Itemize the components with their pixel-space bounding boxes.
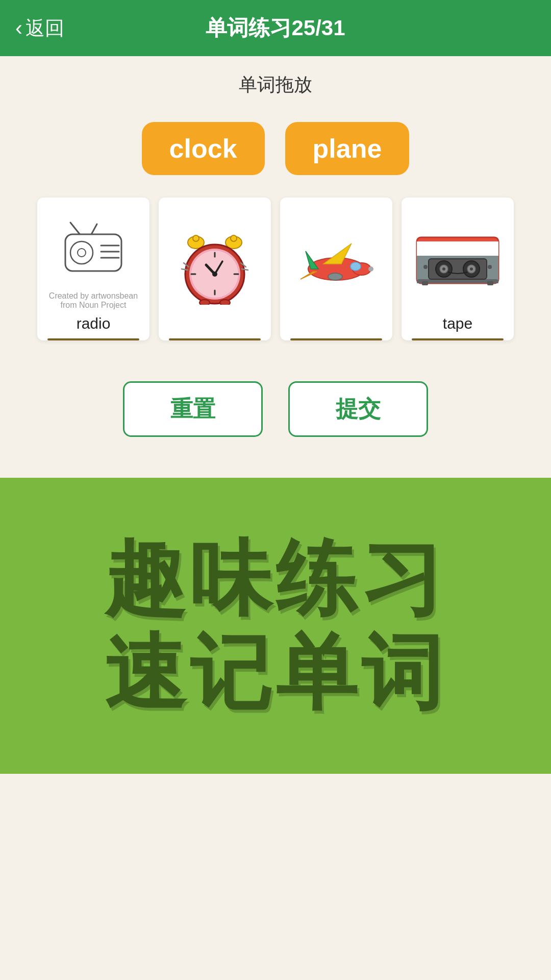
cards-container: Created by artwonsbeanfrom Noun Project … [0, 185, 551, 356]
svg-rect-37 [417, 241, 498, 256]
radio-icon [60, 220, 127, 276]
clock-icon [177, 228, 253, 305]
subtitle-text: 单词拖放 [239, 74, 312, 95]
buttons-area: 重置 提交 [0, 356, 551, 457]
svg-point-46 [470, 267, 473, 271]
svg-marker-30 [306, 251, 318, 269]
svg-rect-48 [487, 281, 493, 285]
svg-point-34 [328, 273, 342, 280]
banner-line2: 速记单词 [104, 626, 447, 720]
reset-button[interactable]: 重置 [123, 381, 263, 437]
word-chip-clock[interactable]: clock [142, 122, 265, 175]
svg-point-4 [78, 249, 86, 257]
card-radio-underline [47, 338, 139, 340]
svg-point-43 [442, 267, 445, 271]
svg-rect-47 [422, 281, 428, 285]
back-label: 返回 [26, 15, 64, 41]
card-radio-label: radio [77, 310, 111, 338]
svg-point-21 [212, 272, 217, 277]
word-chip-plane[interactable]: plane [285, 122, 410, 175]
card-tape: tape [402, 198, 514, 340]
header: ‹ 返回 单词练习25/31 [0, 0, 551, 56]
bottom-banner: 趣味练习 速记单词 [0, 478, 551, 774]
header-title: 单词练习25/31 [206, 14, 345, 42]
card-tape-image [407, 206, 509, 310]
svg-rect-39 [417, 279, 498, 283]
back-button[interactable]: ‹ 返回 [15, 15, 64, 41]
card-plane-image [285, 206, 387, 327]
word-chips-container: clock plane [0, 107, 551, 185]
banner-line1: 趣味练习 [104, 532, 447, 626]
card-clock [159, 198, 271, 340]
svg-point-10 [193, 235, 199, 241]
svg-point-23 [220, 300, 230, 305]
submit-button[interactable]: 提交 [288, 381, 428, 437]
card-radio-image [42, 206, 144, 290]
svg-line-0 [70, 223, 81, 235]
subtitle-area: 单词拖放 [0, 56, 551, 107]
card-clock-underline [169, 338, 261, 340]
card-tape-label: tape [443, 310, 472, 338]
card-radio-attribution: Created by artwonsbeanfrom Noun Project [49, 291, 138, 310]
card-clock-image [164, 206, 266, 327]
tape-icon [414, 227, 501, 288]
card-radio: Created by artwonsbeanfrom Noun Project … [37, 198, 149, 340]
svg-point-22 [199, 300, 210, 305]
svg-point-49 [423, 265, 428, 269]
svg-point-33 [350, 262, 361, 271]
plane-icon [295, 236, 377, 297]
svg-point-35 [368, 266, 373, 272]
card-plane-underline [290, 338, 382, 340]
svg-point-11 [231, 235, 237, 241]
back-chevron-icon: ‹ [15, 16, 22, 40]
svg-point-50 [488, 265, 492, 269]
card-plane [280, 198, 392, 340]
card-tape-underline [412, 338, 504, 340]
